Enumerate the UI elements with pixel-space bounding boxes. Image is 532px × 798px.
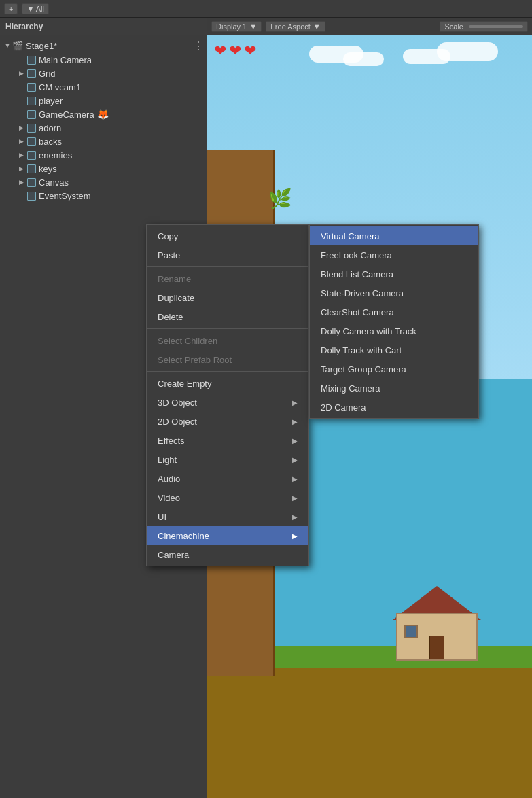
arrow-video: ▶: [292, 494, 298, 502]
ctx-sep-2: [147, 328, 308, 329]
ctx-create-empty[interactable]: Create Empty: [147, 374, 308, 393]
cloud-4: [403, 49, 450, 64]
chevron-down-icon: ▼: [249, 22, 257, 31]
ctx-effects[interactable]: Effects ▶: [147, 431, 308, 450]
scale-slider[interactable]: [469, 25, 523, 28]
hierarchy-item-eventsystem[interactable]: EventSystem: [0, 189, 207, 203]
item-label: EventSystem: [39, 191, 91, 201]
sub-2d-camera[interactable]: 2D Camera: [310, 398, 478, 417]
arrow-audio: ▶: [292, 475, 298, 483]
house-window: [404, 625, 418, 638]
cinemachine-submenu: Virtual Camera FreeLook Camera Blend Lis…: [309, 224, 479, 419]
hierarchy-item-keys[interactable]: ▶ keys: [0, 162, 207, 175]
scale-control[interactable]: Scale: [440, 21, 528, 32]
item-label: player: [39, 96, 63, 106]
sub-freelook-camera[interactable]: FreeLook Camera: [310, 245, 478, 264]
hierarchy-item-cmvcam1[interactable]: CM vcam1: [0, 80, 207, 94]
cube-icon-cmvcam1: [26, 82, 37, 92]
no-arrow-spacer: [16, 191, 26, 201]
cube-icon-enemies: [26, 150, 37, 160]
sub-mixing-camera[interactable]: Mixing Camera: [310, 379, 478, 398]
cube-icon-grid: [26, 68, 37, 79]
hierarchy-item-enemies[interactable]: ▶ enemies: [0, 148, 207, 162]
sub-virtual-camera[interactable]: Virtual Camera: [310, 226, 478, 245]
cube-icon-player: [26, 95, 37, 106]
canvas-expand-arrow: ▶: [16, 177, 26, 187]
sub-target-group-camera[interactable]: Target Group Camera: [310, 360, 478, 379]
aspect-dropdown[interactable]: Free Aspect ▼: [266, 21, 325, 32]
ctx-audio[interactable]: Audio ▶: [147, 469, 308, 488]
display-dropdown[interactable]: Display 1 ▼: [211, 21, 262, 32]
arrow-2d-object: ▶: [292, 418, 298, 426]
cube-icon-backs: [26, 136, 37, 147]
scene-icon: 🎬: [12, 41, 23, 51]
item-label: Main Camera: [39, 55, 92, 65]
all-filter-button[interactable]: ▼ All: [22, 3, 49, 14]
ctx-video[interactable]: Video ▶: [147, 488, 308, 507]
keys-expand-arrow: ▶: [16, 164, 26, 173]
sub-clearshot-camera[interactable]: ClearShot Camera: [310, 302, 478, 322]
house-door: [429, 636, 444, 659]
heart-3: ❤: [244, 42, 256, 60]
no-arrow-spacer: [16, 55, 26, 65]
item-label: backs: [39, 137, 62, 147]
ctx-light[interactable]: Light ▶: [147, 450, 308, 469]
backs-expand-arrow: ▶: [16, 137, 26, 146]
sub-blend-list-camera[interactable]: Blend List Camera: [310, 264, 478, 283]
cube-icon-canvas: [26, 177, 37, 188]
sub-dolly-camera-with-track[interactable]: Dolly Camera with Track: [310, 322, 478, 341]
ctx-paste[interactable]: Paste: [147, 245, 308, 264]
sub-dolly-track-with-cart[interactable]: Dolly Track with Cart: [310, 341, 478, 360]
ctx-cinemachine[interactable]: Cinemachine ▶: [147, 526, 308, 545]
plant-element: 🌿: [268, 188, 292, 210]
arrow-effects: ▶: [292, 437, 298, 445]
ctx-copy[interactable]: Copy: [147, 226, 308, 245]
sub-state-driven-camera[interactable]: State-Driven Camera: [310, 283, 478, 302]
no-arrow-spacer: [16, 82, 26, 92]
scene-expand-arrow: ▼: [3, 41, 12, 50]
arrow-3d-object: ▶: [292, 399, 298, 406]
cube-icon-eventsystem: [26, 190, 37, 201]
hierarchy-item-grid[interactable]: ▶ Grid: [0, 67, 207, 80]
hearts-hud: ❤ ❤ ❤: [214, 42, 256, 60]
ctx-duplicate[interactable]: Duplicate: [147, 288, 308, 307]
ctx-camera[interactable]: Camera: [147, 545, 308, 564]
item-label: GameCamera: [39, 109, 94, 120]
chevron-down-icon-2: ▼: [313, 22, 321, 31]
hierarchy-item-backs[interactable]: ▶ backs: [0, 135, 207, 148]
ctx-ui[interactable]: UI ▶: [147, 507, 308, 526]
item-label: enemies: [39, 150, 72, 160]
arrow-light: ▶: [292, 456, 298, 464]
scene-kebab-menu[interactable]: ⋮: [193, 39, 204, 52]
gamecamera-warning-icon: 🦊: [97, 109, 109, 120]
hierarchy-header: Hierarchy: [0, 18, 207, 35]
scene-root-item[interactable]: ▼ 🎬 Stage1* ⋮: [0, 38, 207, 53]
item-label: CM vcam1: [39, 82, 81, 92]
cube-icon-keys: [26, 163, 37, 174]
hierarchy-item-gamecamera[interactable]: GameCamera 🦊: [0, 107, 207, 121]
cloud-2: [343, 52, 384, 66]
add-button[interactable]: +: [4, 3, 18, 14]
scene-name: Stage1*: [26, 41, 57, 51]
ground-layer: [207, 661, 532, 798]
ctx-3d-object[interactable]: 3D Object ▶: [147, 393, 308, 412]
enemies-expand-arrow: ▶: [16, 150, 26, 160]
hierarchy-title: Hierarchy: [5, 22, 43, 31]
house-element: [396, 586, 478, 661]
no-arrow-spacer: [16, 109, 26, 119]
hierarchy-item-main-camera[interactable]: Main Camera: [0, 53, 207, 67]
context-menu: Copy Paste Rename Duplicate Delete Selec…: [146, 224, 309, 566]
arrow-ui: ▶: [292, 513, 298, 521]
grid-expand-arrow: ▶: [16, 69, 26, 78]
ctx-delete[interactable]: Delete: [147, 307, 308, 326]
ctx-2d-object[interactable]: 2D Object ▶: [147, 412, 308, 431]
top-bar: + ▼ All: [0, 0, 532, 18]
ctx-sep-1: [147, 266, 308, 267]
ctx-rename: Rename: [147, 269, 308, 288]
hierarchy-item-canvas[interactable]: ▶ Canvas: [0, 175, 207, 189]
cube-icon-gamecamera: [26, 109, 37, 120]
item-label: Grid: [39, 69, 56, 79]
hierarchy-item-player[interactable]: player: [0, 94, 207, 107]
house-body: [396, 613, 478, 661]
hierarchy-item-adorn[interactable]: ▶ adorn: [0, 121, 207, 135]
